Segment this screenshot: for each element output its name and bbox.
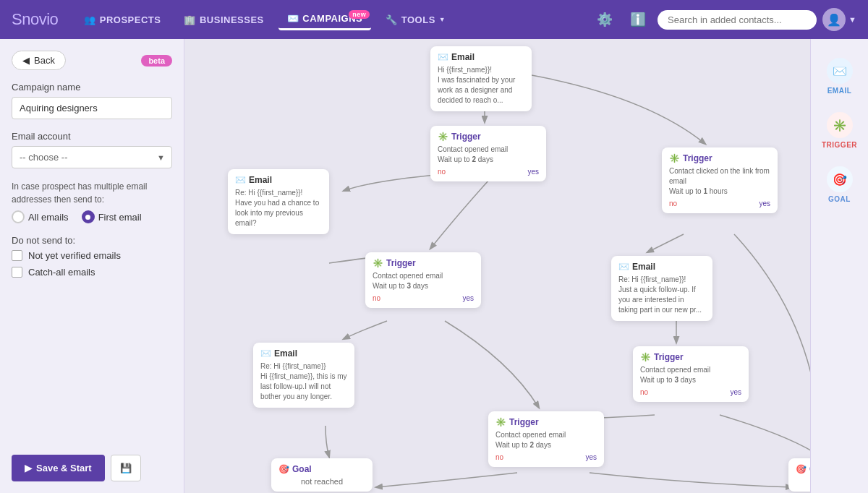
trigger-icon: ✳️ bbox=[438, 132, 448, 142]
email-node-1[interactable]: ✉️ Email Hi {{first_name}}!I was fascina… bbox=[430, 46, 532, 111]
trigger-footer: no yes bbox=[640, 388, 741, 396]
trigger-wait: Wait up to 3 days bbox=[373, 281, 474, 291]
checkbox-unverified-box bbox=[12, 250, 22, 261]
nav-prospects[interactable]: 👥 PROSPECTS bbox=[75, 10, 169, 30]
trigger-node-5[interactable]: ✳️ Trigger Contact opened email Wait up … bbox=[488, 411, 604, 467]
back-button[interactable]: ◀ Back bbox=[12, 51, 66, 70]
nav-businesses[interactable]: 🏢 BUSINESSES bbox=[175, 10, 272, 30]
checkbox-unverified[interactable]: Not yet verified emails bbox=[12, 250, 172, 261]
email-body: Re: Hi {{first_name}}!Just a quick follo… bbox=[618, 275, 705, 315]
trigger-body: Contact opened email bbox=[495, 430, 597, 440]
yes-label: yes bbox=[759, 200, 770, 207]
back-arrow-icon: ◀ bbox=[22, 55, 30, 66]
user-avatar-menu[interactable]: 👤 ▼ bbox=[822, 8, 856, 31]
panel-trigger-icon: ✳️ bbox=[827, 112, 853, 138]
yes-label: yes bbox=[527, 168, 539, 176]
goal-node-1[interactable]: 🎯 Goal not reached bbox=[271, 458, 373, 492]
email-title: Email bbox=[249, 175, 272, 185]
avatar: 👤 bbox=[822, 8, 846, 31]
email-icon: ✉️ bbox=[438, 52, 448, 62]
trigger-title: Trigger bbox=[451, 132, 481, 142]
search-input[interactable] bbox=[658, 10, 817, 30]
trigger-node-4[interactable]: ✳️ Trigger Contact opened email Wait up … bbox=[633, 346, 749, 402]
save-draft-button[interactable]: 💾 bbox=[111, 455, 141, 481]
trigger-title: Trigger bbox=[386, 258, 416, 268]
email-account-select[interactable]: -- choose -- bbox=[12, 146, 172, 168]
campaign-name-label: Campaign name bbox=[12, 82, 172, 93]
no-label: no bbox=[373, 294, 380, 302]
goal-icon: 🎯 bbox=[796, 464, 807, 474]
no-label: no bbox=[640, 388, 648, 396]
trigger-body: Contact opened email bbox=[373, 271, 474, 281]
nav-tools[interactable]: 🔧 TOOLS ▼ bbox=[377, 10, 454, 30]
radio-all-emails[interactable]: All emails bbox=[12, 210, 69, 223]
yes-label: yes bbox=[730, 388, 741, 396]
trigger-wait: Wait up to 3 days bbox=[640, 375, 741, 385]
no-label: no bbox=[669, 200, 677, 207]
yes-label: yes bbox=[462, 294, 474, 302]
trigger-body: Contact opened email bbox=[438, 145, 539, 155]
panel-goal[interactable]: 🎯 GOAL bbox=[815, 159, 864, 210]
no-label: no bbox=[438, 168, 446, 176]
email-body: Hi {{first_name}}!I was fascinated by yo… bbox=[438, 65, 524, 106]
yes-label: yes bbox=[585, 453, 597, 461]
trigger-wait: Wait up to 2 days bbox=[495, 440, 597, 450]
trigger-title: Trigger bbox=[509, 417, 539, 427]
trigger-node-1[interactable]: ✳️ Trigger Contact opened email Wait up … bbox=[430, 126, 546, 181]
radio-first-email[interactable]: First email bbox=[82, 210, 142, 223]
tools-icon: 🔧 bbox=[386, 14, 398, 25]
panel-goal-label: GOAL bbox=[828, 195, 851, 203]
top-navigation: Snovio 👥 PROSPECTS 🏢 BUSINESSES ✉️ CAMPA… bbox=[0, 0, 868, 39]
trigger-footer: no yes bbox=[495, 453, 597, 461]
trigger-wait: Wait up to 1 hours bbox=[669, 187, 770, 197]
email-node-4[interactable]: ✉️ Email Re: Hi {{first_name}}Hi {{first… bbox=[253, 343, 354, 408]
radio-all-circle bbox=[12, 210, 25, 223]
goal-node-2[interactable]: 🎯 Goal Hot leads bbox=[788, 458, 810, 492]
trigger-footer: no yes bbox=[438, 168, 539, 176]
right-panel: ✉️ EMAIL ✳️ TRIGGER 🎯 GOAL bbox=[810, 39, 868, 493]
email-account-label: Email account bbox=[12, 131, 172, 142]
email-icon: ✉️ bbox=[260, 348, 271, 359]
goal-title: Goal bbox=[292, 464, 312, 474]
panel-trigger[interactable]: ✳️ TRIGGER bbox=[815, 105, 864, 156]
info-icon[interactable]: ℹ️ bbox=[624, 7, 652, 32]
checkbox-group: Not yet verified emails Catch-all emails bbox=[12, 250, 172, 278]
panel-trigger-label: TRIGGER bbox=[822, 141, 857, 149]
save-start-button[interactable]: ▶ Save & Start bbox=[12, 455, 105, 481]
campaign-name-input[interactable] bbox=[12, 97, 172, 119]
email-icon: ✉️ bbox=[618, 262, 629, 272]
trigger-node-2[interactable]: ✳️ Trigger Contact clicked on the link f… bbox=[662, 147, 778, 213]
trigger-node-3[interactable]: ✳️ Trigger Contact opened email Wait up … bbox=[365, 252, 481, 308]
email-node-3[interactable]: ✉️ Email Re: Hi {{first_name}}!Just a qu… bbox=[611, 256, 712, 321]
save-icon: 💾 bbox=[120, 463, 132, 473]
play-icon: ▶ bbox=[25, 463, 32, 473]
panel-email-icon: ✉️ bbox=[827, 58, 853, 84]
back-row: ◀ Back beta bbox=[12, 51, 172, 70]
email-body: Re: Hi {{first_name}}!Have you had a cha… bbox=[235, 188, 322, 228]
checkbox-catchall-box bbox=[12, 267, 22, 278]
checkbox-catchall[interactable]: Catch-all emails bbox=[12, 267, 172, 278]
logo-suffix: io bbox=[46, 10, 58, 28]
trigger-icon: ✳️ bbox=[495, 417, 506, 427]
tools-dropdown-icon: ▼ bbox=[439, 16, 446, 23]
panel-email[interactable]: ✉️ EMAIL bbox=[815, 51, 864, 102]
trigger-body: Contact opened email bbox=[640, 365, 741, 375]
avatar-chevron-icon: ▼ bbox=[848, 15, 856, 24]
trigger-footer: no yes bbox=[669, 200, 770, 207]
campaign-canvas[interactable]: ✉️ Email Hi {{first_name}}!I was fascina… bbox=[184, 39, 810, 493]
settings-icon[interactable]: ⚙️ bbox=[591, 7, 618, 32]
trigger-title: Trigger bbox=[683, 153, 712, 163]
email-node-2[interactable]: ✉️ Email Re: Hi {{first_name}}!Have you … bbox=[228, 169, 329, 234]
main-layout: ◀ Back beta Campaign name Email account … bbox=[0, 39, 868, 493]
goal-body: Hot leads bbox=[796, 477, 810, 486]
nav-campaigns[interactable]: ✉️ CAMPAIGNS new bbox=[278, 9, 371, 30]
app-logo[interactable]: Snovio bbox=[12, 10, 58, 29]
multiple-email-info: In case prospect has multiple email addr… bbox=[12, 180, 172, 206]
trigger-body: Contact clicked on the link from email bbox=[669, 166, 770, 187]
radio-first-circle bbox=[82, 210, 95, 223]
trigger-wait: Wait up to 2 days bbox=[438, 155, 539, 165]
goal-icon: 🎯 bbox=[278, 464, 289, 474]
businesses-icon: 🏢 bbox=[184, 14, 196, 25]
trigger-icon: ✳️ bbox=[373, 258, 383, 268]
email-account-select-wrap: -- choose -- ▼ bbox=[12, 146, 172, 168]
